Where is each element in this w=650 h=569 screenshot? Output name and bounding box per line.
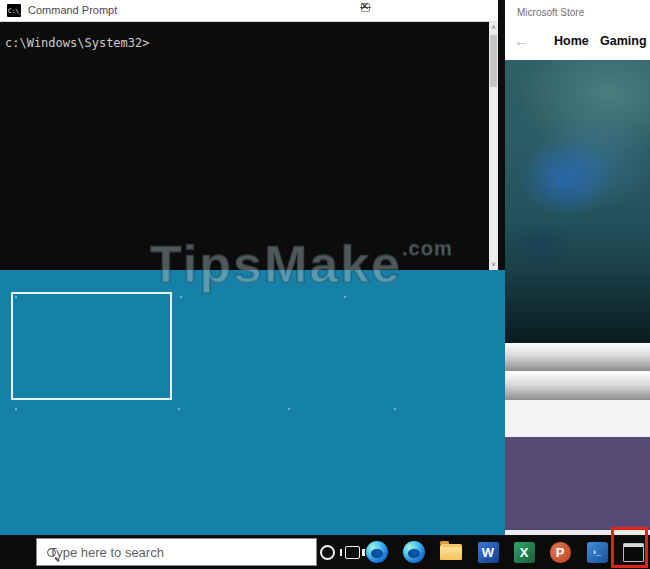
- console-prompt-text: c:\Windows\System32>: [5, 36, 150, 50]
- store-window-title: Microsoft Store: [517, 7, 584, 18]
- taskbar: W X P ›_: [0, 535, 650, 569]
- start-button[interactable]: [0, 535, 36, 569]
- taskbar-command-prompt-button[interactable]: [621, 540, 645, 564]
- taskbar-search-box[interactable]: [36, 538, 317, 566]
- task-thumbnail-excel[interactable]: X Book1 - Exc...: [174, 404, 285, 520]
- task-thumbnail-word-doc[interactable]: W The Text Notes.docx - Wo...: [176, 292, 336, 398]
- microsoft-store-window[interactable]: Microsoft Store ← Home Gaming: [505, 0, 650, 536]
- command-prompt-icon-glyph: C:\_: [7, 4, 22, 17]
- word-icon: W: [478, 542, 499, 563]
- taskbar-edge-button-1[interactable]: [365, 540, 389, 564]
- task-thumbnail-powerpoint[interactable]: P Presentation1 - PowerPoint Click to ad…: [340, 292, 500, 398]
- command-prompt-icon: [623, 543, 644, 562]
- store-nav-home[interactable]: Home: [554, 34, 589, 48]
- taskbar-file-explorer-button[interactable]: [439, 540, 463, 564]
- taskbar-word-button[interactable]: W: [476, 540, 500, 564]
- powerpoint-icon: P: [550, 542, 571, 563]
- file-explorer-icon: [440, 544, 462, 560]
- console-area[interactable]: c:\Windows\System32> ˄ ˅: [0, 22, 498, 270]
- search-input[interactable]: [47, 544, 227, 561]
- cortana-button[interactable]: [315, 540, 339, 564]
- store-content-band: [505, 372, 650, 400]
- cortana-icon: [320, 545, 335, 560]
- window-controls: — ▢ ✕: [360, 0, 498, 22]
- edge-icon: [403, 541, 425, 563]
- back-arrow-icon[interactable]: ←: [514, 32, 529, 49]
- store-hero-image[interactable]: [505, 60, 650, 343]
- powershell-icon: ›_: [587, 542, 608, 563]
- close-icon[interactable]: ✕: [360, 0, 369, 13]
- store-nav-gaming[interactable]: Gaming: [600, 34, 647, 48]
- command-prompt-window[interactable]: C:\_ Command Prompt — ▢ ✕ c:\Windows\Sys…: [0, 0, 498, 270]
- taskbar-powershell-button[interactable]: ›_: [585, 540, 609, 564]
- command-prompt-app-icon: C:\_: [7, 4, 21, 17]
- scroll-down-icon[interactable]: ˅: [489, 259, 498, 270]
- window-title: Command Prompt: [28, 4, 117, 16]
- desktop: C:\_ Command Prompt — ▢ ✕ c:\Windows\Sys…: [0, 0, 650, 569]
- taskbar-edge-button-2[interactable]: [402, 540, 426, 564]
- scrollbar-thumb[interactable]: [490, 35, 497, 87]
- task-view-icon: [345, 546, 360, 559]
- store-purple-tile[interactable]: [505, 437, 650, 530]
- task-thumbnail-wordpad-document[interactable]: W Document...: [390, 404, 501, 520]
- task-thumbnail-powershell[interactable]: ›_ Windows Po...: [284, 404, 389, 520]
- taskbar-powerpoint-button[interactable]: P: [548, 540, 572, 564]
- store-content-band: [505, 343, 650, 371]
- scroll-up-icon[interactable]: ˄: [489, 22, 498, 33]
- console-scrollbar[interactable]: ˄ ˅: [489, 22, 498, 270]
- taskbar-preview-overlay: Pictures W The Text Notes.docx - Wo...: [0, 270, 507, 535]
- windows-logo-icon: [10, 544, 27, 561]
- edge-icon: [366, 541, 388, 563]
- command-prompt-titlebar[interactable]: C:\_ Command Prompt — ▢ ✕: [0, 0, 498, 22]
- store-content-band: [505, 400, 650, 437]
- task-thumbnail-pictures[interactable]: Pictures: [11, 292, 172, 400]
- excel-icon: X: [514, 542, 535, 563]
- task-view-button[interactable]: [340, 540, 364, 564]
- task-thumbnail-edge[interactable]: Snap your windows and 1...: [11, 404, 171, 520]
- taskbar-excel-button[interactable]: X: [512, 540, 536, 564]
